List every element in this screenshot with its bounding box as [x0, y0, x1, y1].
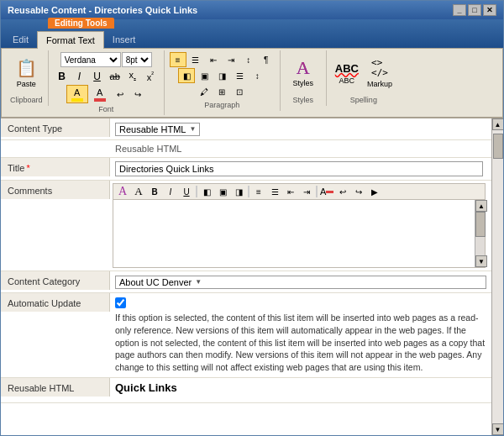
content-type-subtext: Reusable HTML: [110, 142, 186, 155]
undo-button[interactable]: ↩: [112, 87, 129, 102]
ct-bullet-btn[interactable]: ≡: [251, 185, 266, 198]
ct-align-center-btn[interactable]: ▣: [215, 185, 230, 198]
comments-scroll-thumb[interactable]: [475, 212, 486, 237]
ct-italic-btn[interactable]: I: [163, 185, 178, 198]
tab-edit[interactable]: Edit: [4, 31, 37, 48]
content-category-select[interactable]: About UC Denver ▼: [115, 276, 486, 289]
align-left-button[interactable]: ◧: [178, 68, 195, 83]
content-type-select: Reusable HTML ▼: [115, 123, 486, 136]
main-scrollbar: ▲ ▼: [491, 118, 503, 435]
shading-button[interactable]: 🖍: [196, 84, 213, 99]
para-expand-button[interactable]: ⊡: [231, 84, 248, 99]
automatic-update-row: Automatic Update If this option is selec…: [1, 293, 491, 377]
comments-scroll-up[interactable]: ▲: [475, 200, 487, 212]
close-button[interactable]: ✕: [483, 4, 496, 16]
required-star: *: [26, 163, 29, 173]
ct-underline-btn[interactable]: U: [179, 185, 194, 198]
italic-button[interactable]: I: [71, 69, 88, 84]
font-row-2: B I U ab x₂ x²: [54, 68, 159, 84]
content-category-label: Content Category: [1, 271, 110, 290]
ct-separator2: [248, 186, 249, 197]
comments-label: Comments: [1, 181, 110, 199]
ct-redo-btn[interactable]: ↪: [351, 185, 366, 198]
align-left-icon: ◧: [183, 71, 191, 81]
title-input[interactable]: [115, 161, 483, 176]
strikethrough-button[interactable]: ab: [107, 69, 123, 84]
number-list-button[interactable]: ☰: [187, 52, 204, 67]
main-scroll-thumb[interactable]: [493, 134, 503, 159]
borders-button[interactable]: ⊞: [213, 84, 230, 99]
main-scroll-up[interactable]: ▲: [492, 118, 504, 130]
line-spacing-button[interactable]: ↕: [249, 68, 265, 83]
spelling-icon: ABC: [335, 62, 359, 75]
ct-font-color-btn[interactable]: A: [319, 185, 334, 198]
decrease-indent-button[interactable]: ⇤: [205, 52, 222, 67]
spelling-group: ABC ABC <></> Markup Spelling: [327, 50, 401, 106]
sort-icon: ↕: [246, 55, 250, 65]
maximize-button[interactable]: □: [468, 4, 481, 16]
font-family-select[interactable]: Verdana: [60, 52, 121, 67]
spelling-button[interactable]: ABC ABC: [332, 52, 362, 94]
comments-body[interactable]: ▲ ▼: [113, 200, 485, 267]
redo-button[interactable]: ↪: [129, 87, 146, 102]
font-group: Verdana 8pt B I U ab x₂ x²: [49, 50, 165, 115]
bullet-list-button[interactable]: ≡: [170, 52, 186, 67]
styles-group: A Styles Styles: [281, 50, 327, 106]
paste-button[interactable]: 📋 Paste: [11, 52, 41, 94]
markup-button[interactable]: <></> Markup: [364, 52, 396, 94]
align-right-button[interactable]: ◨: [213, 68, 230, 83]
comments-scrollbar[interactable]: ▲ ▼: [475, 200, 485, 267]
spelling-group-content: ABC ABC <></> Markup: [332, 52, 396, 94]
ct-last-btn[interactable]: ▶: [367, 185, 382, 198]
ct-increase-indent-btn[interactable]: ⇥: [299, 185, 314, 198]
ct-number-btn[interactable]: ☰: [267, 185, 282, 198]
minimize-button[interactable]: _: [453, 4, 466, 16]
shading-icon: 🖍: [200, 87, 208, 97]
subscript-button[interactable]: x₂: [124, 68, 141, 84]
underline-button[interactable]: U: [89, 69, 106, 84]
main-scroll-down[interactable]: ▼: [492, 423, 504, 435]
editing-tools-label: Editing Tools: [48, 18, 114, 29]
align-center-button[interactable]: ▣: [196, 68, 213, 83]
tab-format-text[interactable]: Format Text: [37, 31, 104, 49]
superscript-button[interactable]: x²: [142, 69, 159, 84]
dropdown-arrow-icon: ▼: [189, 125, 196, 133]
ct-styles-btn2[interactable]: A: [131, 185, 146, 198]
align-right-icon: ◨: [218, 71, 226, 81]
increase-indent-button[interactable]: ⇥: [223, 52, 239, 67]
decrease-indent-icon: ⇤: [210, 55, 217, 65]
content-category-value: About UC Denver ▼: [110, 272, 491, 292]
bold-icon: B: [58, 71, 66, 82]
ct-bold-btn[interactable]: B: [147, 185, 162, 198]
comments-scroll-down[interactable]: ▼: [475, 255, 487, 267]
font-color-button[interactable]: A: [89, 85, 111, 103]
ct-undo-btn[interactable]: ↩: [335, 185, 350, 198]
ct-styles-btn[interactable]: A: [115, 185, 130, 198]
undo-icon: ↩: [117, 90, 123, 99]
ct-separator3: [316, 186, 318, 197]
styles-button[interactable]: A Styles: [288, 52, 318, 94]
ct-align-right-btn[interactable]: ◨: [231, 185, 246, 198]
styles-label: Styles: [293, 96, 314, 104]
superscript-icon: x²: [147, 71, 154, 82]
bold-button[interactable]: B: [54, 69, 71, 84]
automatic-update-label: Automatic Update: [1, 293, 110, 312]
ct-decrease-indent-btn[interactable]: ⇤: [283, 185, 298, 198]
automatic-update-checkbox[interactable]: [115, 297, 126, 308]
content-type-dropdown[interactable]: Reusable HTML ▼: [115, 123, 200, 136]
justify-button[interactable]: ☰: [231, 68, 248, 83]
number-list-icon: ☰: [192, 55, 199, 65]
font-size-select[interactable]: 8pt: [122, 52, 152, 67]
font-group-content: Verdana 8pt B I U ab x₂ x²: [54, 52, 159, 103]
tab-insert[interactable]: Insert: [104, 31, 144, 48]
sort-button[interactable]: ↕: [240, 52, 257, 67]
show-formatting-button[interactable]: ¶: [258, 52, 275, 67]
highlight-button[interactable]: A: [66, 85, 88, 103]
comments-editor: A A B I U ◧ ▣ ◨ ≡ ☰ ⇤: [113, 183, 486, 268]
ct-align-left-btn[interactable]: ◧: [199, 185, 214, 198]
para-expand-icon: ⊡: [236, 87, 243, 97]
font-label: Font: [98, 105, 113, 113]
font-row-1: Verdana 8pt: [60, 52, 152, 67]
reusable-html-value: Quick Links: [110, 378, 491, 402]
main-window: Reusable Content - Directories Quick Lin…: [0, 0, 504, 436]
